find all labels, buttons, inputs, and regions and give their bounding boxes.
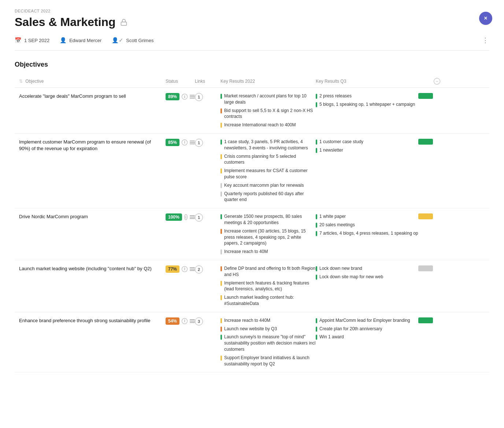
links-count[interactable]: 2 — [195, 265, 203, 273]
kr-bar — [220, 108, 222, 113]
kr-item: Generate 1500 new prospects, 80 sales me… — [220, 213, 316, 226]
links-col: 1 — [195, 139, 220, 147]
links-col: 2 — [195, 265, 220, 273]
owner-name: Edward Mercer — [69, 38, 101, 43]
lines-icon[interactable] — [190, 95, 195, 98]
info-icon[interactable]: i — [182, 266, 188, 272]
q3-bar — [316, 102, 317, 107]
kr-item: Implement tech features & tracking featu… — [220, 280, 316, 293]
kr-item: Launch market leading content hub: #Sust… — [220, 294, 316, 307]
q3-chip — [418, 317, 433, 323]
q3-bar — [316, 327, 317, 332]
kr-item: Increase content (30 articles, 15 blogs,… — [220, 228, 316, 246]
page-container: × DECIDEACT 2022 Sales & Marketing 📅 1 S… — [0, 0, 504, 428]
q3-bar — [316, 318, 317, 323]
kr-item: Launch survey/s to measure "top of mind"… — [220, 334, 316, 352]
status-col: 89%i — [166, 93, 195, 100]
kr-text: Define DP brand and offering to fit both… — [224, 265, 316, 278]
q3-item: Win 1 award — [316, 334, 418, 340]
lines-icon[interactable] — [190, 319, 195, 323]
kr-item: Crisis comms planning for 5 selected cus… — [220, 153, 316, 166]
links-count[interactable]: 1 — [195, 213, 203, 222]
q3-text: 2 press releases — [319, 93, 352, 99]
kr-text: Generate 1500 new prospects, 80 sales me… — [224, 213, 316, 226]
krq3-col: 1 customer case study1 newsletter — [316, 139, 418, 153]
kr-text: Quarterly reports published 60 days afte… — [224, 191, 316, 203]
sort-icon: ⇅ — [19, 79, 23, 84]
q3-item: 5 blogs, 1 speaking op, 1 whitepaper + c… — [316, 101, 418, 108]
kr-bar — [220, 281, 222, 286]
status-badge: 54% — [166, 317, 179, 325]
table-body: Accelerate "large deals" MarComm program… — [15, 88, 489, 372]
kr-item: Increase reach to 40M — [220, 249, 316, 255]
objective-name: Drive Nordic MarComm program — [19, 213, 166, 220]
links-col: 1 — [195, 93, 220, 101]
table-row: Drive Nordic MarComm program100%i1Genera… — [15, 208, 489, 260]
info-icon[interactable]: i — [182, 139, 188, 145]
header-status: Status — [166, 79, 195, 84]
status-badge: 85% — [166, 139, 179, 146]
links-count[interactable]: 3 — [195, 317, 203, 325]
kr-item: Support Employer brand initiatives & lau… — [220, 355, 316, 367]
reviewer-name: Scott Grimes — [126, 38, 153, 43]
status-col: 77%i — [166, 265, 195, 273]
kr2022-col: 1 case study, 3 panels, 5 PR activities,… — [220, 139, 316, 203]
lines-icon[interactable] — [190, 267, 195, 271]
q3-item: 1 customer case study — [316, 139, 418, 145]
kr2022-col: Generate 1500 new prospects, 80 sales me… — [220, 213, 316, 255]
q3-text: 7 articles, 4 blogs, 4 press releases, 1… — [319, 230, 418, 237]
q3-chip — [418, 213, 433, 219]
kr-text: Implement tech features & tracking featu… — [224, 280, 316, 293]
header-collapse[interactable]: − — [418, 78, 440, 85]
close-button[interactable]: × — [479, 12, 492, 25]
kr-text: Implement measures for CSAT & customer p… — [224, 168, 316, 180]
table-header: ⇅ Objective Status Links Key Results 202… — [15, 75, 489, 88]
table-row: Enhance brand preference through strong … — [15, 312, 489, 373]
table-row: Implement customer MarComm program to en… — [15, 134, 489, 208]
kr2022-col: Market research / account plans for top … — [220, 93, 316, 128]
lines-icon[interactable] — [190, 141, 195, 144]
status-col: 100%i — [166, 213, 195, 221]
kr-text: Increase reach to 440M — [224, 317, 270, 324]
links-count[interactable]: 1 — [195, 139, 203, 147]
q3-text: 1 white paper — [319, 213, 346, 220]
q3-item: Lock down new brand — [316, 265, 418, 272]
chip-col — [418, 265, 440, 271]
kr-bar — [220, 249, 222, 254]
q3-text: Win 1 award — [319, 334, 344, 340]
q3-item: Lock down site map for new web — [316, 274, 418, 280]
header-krq3: Key Results Q3 — [316, 79, 418, 84]
kr-item: Key account marcomm plan for renewals — [220, 182, 316, 189]
krq3-col: Lock down new brandLock down site map fo… — [316, 265, 418, 280]
kr-item: Implement measures for CSAT & customer p… — [220, 168, 316, 180]
q3-item: 1 white paper — [316, 213, 418, 220]
q3-text: Appoint MarComm lead for Employer brandi… — [319, 317, 410, 324]
links-count[interactable]: 1 — [195, 93, 203, 101]
kr-bar — [220, 356, 222, 361]
kr-text: Increase International reach to 400M — [224, 122, 296, 128]
q3-text: Lock down site map for new web — [319, 274, 383, 280]
info-icon[interactable]: i — [182, 94, 188, 100]
page-title-text: Sales & Marketing — [15, 15, 116, 29]
links-col: 1 — [195, 213, 220, 222]
q3-chip — [418, 139, 433, 145]
kr-text: Bid support to sell 5,5 to X & sign 2 no… — [224, 108, 316, 120]
info-icon[interactable]: i — [184, 214, 188, 220]
date-text: 1 SEP 2022 — [24, 38, 49, 43]
kr-item: Increase International reach to 400M — [220, 122, 316, 128]
info-icon[interactable]: i — [182, 318, 188, 324]
q3-item: 7 articles, 4 blogs, 4 press releases, 1… — [316, 230, 418, 237]
objectives-title: Objectives — [15, 61, 489, 68]
lines-icon[interactable] — [190, 215, 195, 219]
kr-item: 1 case study, 3 panels, 5 PR activities,… — [220, 139, 316, 151]
kr-bar — [220, 168, 222, 174]
lock-icon — [120, 19, 127, 26]
q3-text: Lock down new brand — [319, 265, 362, 272]
more-options-button[interactable]: ⋮ — [482, 36, 489, 44]
q3-bar — [316, 266, 317, 271]
q3-bar — [316, 148, 317, 153]
kr-bar — [220, 318, 222, 323]
kr2022-col: Increase reach to 440MLaunch new website… — [220, 317, 316, 367]
q3-bar — [316, 214, 317, 219]
table-row: Accelerate "large deals" MarComm program… — [15, 88, 489, 134]
